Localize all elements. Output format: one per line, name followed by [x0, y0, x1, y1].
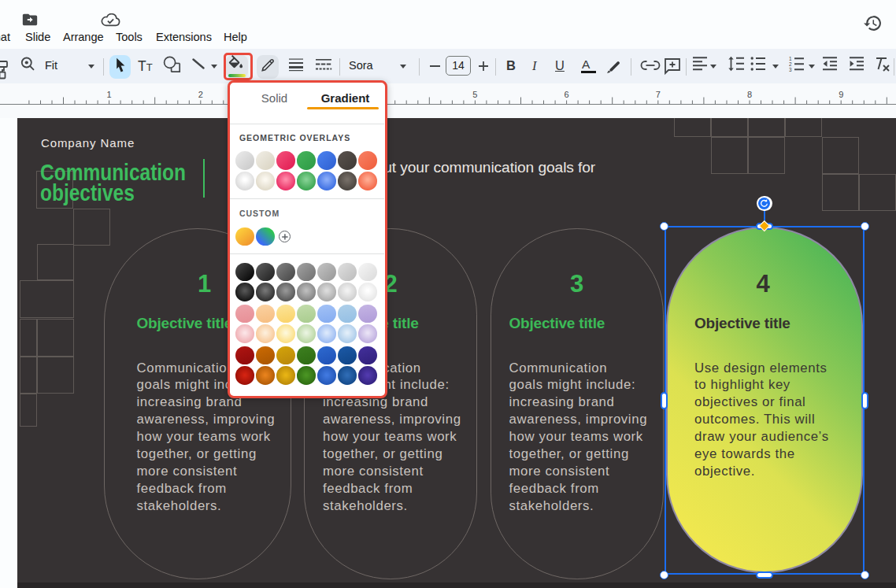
- svg-text:2: 2: [789, 61, 792, 67]
- svg-text:6: 6: [565, 90, 569, 99]
- svg-text:2: 2: [198, 90, 203, 99]
- svg-text:8: 8: [747, 90, 752, 99]
- svg-text:1: 1: [107, 90, 112, 99]
- svg-text:7: 7: [656, 90, 661, 99]
- svg-text:3: 3: [789, 67, 792, 72]
- svg-text:5: 5: [472, 90, 477, 99]
- svg-text:9: 9: [839, 90, 843, 99]
